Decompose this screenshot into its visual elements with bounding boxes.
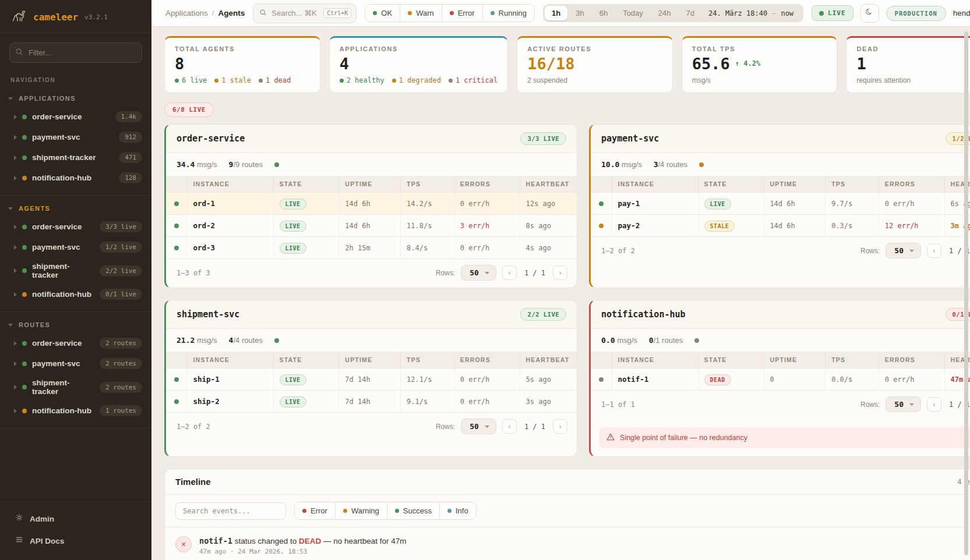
- timeline-search-input[interactable]: [175, 502, 286, 520]
- time-range-today[interactable]: Today: [616, 6, 650, 20]
- col-instance: INSTANCE: [187, 352, 273, 368]
- col-tps: TPS: [401, 352, 454, 368]
- prev-page-button[interactable]: ‹: [502, 419, 517, 434]
- filter-label: Error: [311, 506, 327, 515]
- service-meta: 34.4 msg/s 9/9 routes: [166, 153, 577, 176]
- timeline-filter-success[interactable]: Success: [387, 502, 439, 519]
- sidebar-item-order-service[interactable]: order-service 3/3 live: [0, 217, 151, 237]
- scrollbar[interactable]: [964, 31, 968, 555]
- search-placeholder: Search... ⌘K: [271, 9, 319, 17]
- cell-errors: 0 err/h: [454, 237, 520, 259]
- status-dot-icon: [22, 292, 27, 297]
- prev-page-button[interactable]: ‹: [502, 265, 517, 280]
- services-grid: order-service 3/3 LIVE 34.4 msg/s 9/9 ro…: [164, 124, 970, 457]
- timeline-event-dead[interactable]: × notif-1 status changed to DEAD — no he…: [175, 536, 970, 555]
- rows-per-page-select[interactable]: 50: [886, 243, 921, 258]
- sidebar-item-notification-hub[interactable]: notification-hub 0/1 live: [0, 284, 151, 304]
- state-badge: LIVE: [280, 199, 306, 210]
- section-header-agents[interactable]: AGENTS: [0, 201, 151, 217]
- chevron-down-icon: [485, 272, 489, 274]
- sidebar-item-badge: 1.4k: [115, 111, 143, 122]
- sidebar-item-shipment-tracker[interactable]: shipment-tracker 2/2 live: [0, 257, 151, 284]
- sidebar-item-notification-hub[interactable]: notification-hub 1 routes: [0, 400, 151, 421]
- time-range-7d[interactable]: 7d: [679, 6, 701, 20]
- sidebar-item-label: order-service: [32, 112, 110, 121]
- status-dot-icon: [22, 409, 27, 413]
- time-range-3h[interactable]: 3h: [569, 6, 591, 20]
- rows-per-page-select[interactable]: 50: [886, 396, 921, 412]
- global-search-input[interactable]: Search... ⌘K Ctrl+K: [253, 3, 357, 23]
- chevron-right-icon: [14, 245, 17, 250]
- table-row[interactable]: ord-2 LIVE 14d 6h 11.8/s 3 err/h 8s ago: [166, 215, 577, 237]
- chevron-right-icon: [14, 225, 17, 229]
- sidebar-item-shipment-tracker[interactable]: shipment-tracker 2 routes: [0, 374, 151, 400]
- stat-label: APPLICATIONS: [340, 45, 498, 52]
- row-status-dot-icon: [174, 377, 179, 382]
- rows-value: 50: [470, 422, 479, 431]
- filter-running-button[interactable]: Running: [482, 5, 534, 22]
- next-page-button[interactable]: ›: [553, 265, 567, 280]
- list-icon: [15, 536, 23, 546]
- filter-warn-button[interactable]: Warn: [400, 5, 442, 22]
- time-range-display[interactable]: 24. März 18:40 – now: [703, 9, 802, 17]
- timeline-filter-info[interactable]: Info: [439, 502, 476, 519]
- filter-error-button[interactable]: Error: [442, 5, 482, 22]
- col-state: STATE: [698, 352, 764, 368]
- next-page-button[interactable]: ›: [553, 419, 567, 434]
- topbar: Applications / Agents Search... ⌘K Ctrl+…: [151, 0, 970, 27]
- row-status-dot-icon: [599, 201, 604, 206]
- page-indicator: 1 / 1: [523, 423, 547, 431]
- section-header-routes[interactable]: ROUTES: [0, 318, 151, 333]
- table-row[interactable]: ship-2 LIVE 7d 14h 9.1/s 0 err/h 3s ago: [166, 391, 577, 413]
- status-dot-icon: [22, 176, 27, 180]
- table-row[interactable]: notif-1 DEAD 0 0.0/s 0 err/h 47m ago: [591, 368, 970, 391]
- sidebar-item-order-service[interactable]: order-service 1.4k: [0, 107, 151, 127]
- sidebar-filter-input[interactable]: [9, 42, 142, 63]
- prev-page-button[interactable]: ‹: [927, 243, 941, 258]
- sidebar-item-api-docs[interactable]: API Docs: [0, 530, 151, 552]
- sidebar-section-agents: AGENTS order-service 3/3 live payment-sv…: [0, 196, 151, 312]
- table-row[interactable]: ship-1 LIVE 7d 14h 12.1/s 0 err/h 5s ago: [166, 368, 577, 391]
- rows-per-page-select[interactable]: 50: [461, 265, 496, 281]
- sidebar-item-payment-svc[interactable]: payment-svc 2 routes: [0, 353, 151, 374]
- cell-heartbeat: 3s ago: [520, 391, 577, 413]
- sidebar-item-label: payment-svc: [32, 133, 114, 141]
- section-header-applications[interactable]: APPLICATIONS: [0, 91, 151, 107]
- event-text: status changed to: [232, 537, 299, 545]
- api-docs-label: API Docs: [30, 537, 64, 545]
- stat-subtext: 2 suspended: [527, 76, 567, 84]
- table-row[interactable]: ord-3 LIVE 2h 15m 8.4/s 0 err/h 4s ago: [166, 237, 577, 259]
- col-errors: ERRORS: [879, 176, 944, 193]
- timeline-filter-error[interactable]: Error: [295, 502, 335, 519]
- sidebar-item-admin[interactable]: Admin: [0, 508, 151, 530]
- chevron-down-icon: [8, 324, 13, 327]
- rows-per-page-select[interactable]: 50: [461, 419, 496, 434]
- filter-ok-button[interactable]: OK: [365, 5, 400, 22]
- stat-card-active-routes: ACTIVE ROUTES 16/18 2 suspended: [517, 36, 673, 93]
- warning-dot-icon: [343, 509, 347, 513]
- rows-value: 50: [894, 400, 904, 409]
- filter-label: Warning: [351, 506, 379, 515]
- time-range-6h[interactable]: 6h: [592, 6, 615, 20]
- sidebar-item-shipment-tracker[interactable]: shipment-tracker 471: [0, 147, 151, 168]
- chevron-right-icon: [14, 155, 17, 160]
- meta-tps-unit: msg/s: [617, 336, 637, 345]
- breadcrumb-parent[interactable]: Applications: [165, 9, 208, 17]
- cell-uptime: 7d 14h: [339, 391, 401, 413]
- service-status-dot-icon: [274, 338, 279, 343]
- time-range-24h[interactable]: 24h: [651, 6, 678, 20]
- time-range-1h[interactable]: 1h: [545, 6, 567, 20]
- service-card-order-service: order-service 3/3 LIVE 34.4 msg/s 9/9 ro…: [164, 124, 577, 288]
- sidebar-item-order-service[interactable]: order-service 2 routes: [0, 333, 151, 353]
- chevron-down-icon: [909, 403, 914, 406]
- sidebar-item-payment-svc[interactable]: payment-svc 912: [0, 127, 151, 147]
- stat-card-total-tps: TOTAL TPS 65.6↑ 4.2% msg/s: [682, 36, 838, 93]
- prev-page-button[interactable]: ‹: [927, 397, 941, 412]
- sidebar-item-notification-hub[interactable]: notification-hub 128: [0, 168, 151, 188]
- timeline-filter-warning[interactable]: Warning: [335, 502, 387, 519]
- table-row[interactable]: ord-1 LIVE 14d 6h 14.2/s 0 err/h 12s ago: [166, 193, 577, 215]
- table-row[interactable]: pay-2 STALE 14d 6h 0.3/s 12 err/h 3m ago: [591, 215, 970, 237]
- theme-toggle-button[interactable]: [860, 4, 879, 23]
- table-row[interactable]: pay-1 LIVE 14d 6h 9.7/s 0 err/h 6s ago: [591, 193, 970, 215]
- sidebar-item-payment-svc[interactable]: payment-svc 1/2 live: [0, 237, 151, 257]
